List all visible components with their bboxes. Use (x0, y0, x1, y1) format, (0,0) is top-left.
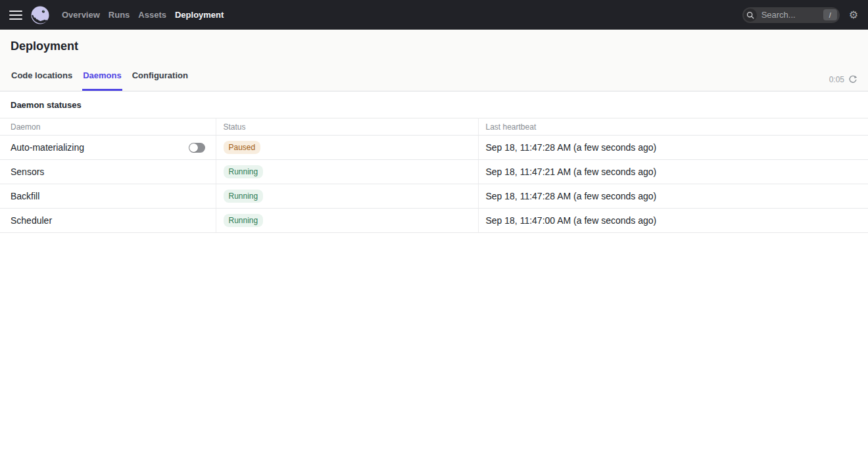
tab-configuration[interactable]: Configuration (132, 70, 189, 91)
table-header-row: Daemon Status Last heartbeat (0, 118, 868, 136)
nav-item-assets[interactable]: Assets (138, 7, 166, 22)
refresh-icon[interactable] (848, 75, 857, 84)
menu-icon[interactable] (9, 11, 22, 20)
last-heartbeat: Sep 18, 11:47:21 AM (a few seconds ago) (486, 167, 657, 177)
daemon-name: Auto-materializing (11, 142, 84, 153)
primary-nav: Overview Runs Assets Deployment (62, 7, 224, 22)
column-header-status: Status (216, 118, 478, 136)
column-header-daemon: Daemon (0, 118, 216, 136)
status-badge: Running (224, 190, 264, 203)
table-row: Sensors Running Sep 18, 11:47:21 AM (a f… (0, 160, 868, 184)
last-heartbeat: Sep 18, 11:47:28 AM (a few seconds ago) (486, 191, 657, 201)
last-heartbeat: Sep 18, 11:47:00 AM (a few seconds ago) (486, 215, 657, 226)
auto-materializing-toggle[interactable] (189, 143, 205, 153)
daemon-name: Backfill (11, 191, 39, 201)
page-header: Deployment Code locations Daemons Config… (0, 30, 868, 91)
search-icon (744, 9, 757, 22)
page-title: Deployment (11, 39, 857, 53)
status-badge: Running (224, 214, 264, 227)
status-badge: Running (224, 165, 264, 178)
daemon-statuses-table: Daemon Status Last heartbeat Auto-materi… (0, 118, 868, 233)
status-badge: Paused (224, 141, 261, 154)
last-heartbeat: Sep 18, 11:47:28 AM (a few seconds ago) (486, 142, 657, 153)
search-input[interactable]: Search... / (742, 7, 840, 23)
tab-daemons[interactable]: Daemons (82, 70, 122, 91)
column-header-last-heartbeat: Last heartbeat (478, 118, 868, 136)
nav-item-runs[interactable]: Runs (108, 7, 130, 22)
dagster-logo-icon[interactable] (30, 5, 50, 25)
tab-code-locations[interactable]: Code locations (11, 70, 73, 91)
nav-item-deployment[interactable]: Deployment (175, 7, 224, 22)
search-shortcut-key: / (823, 9, 837, 20)
refresh-timer: 0:05 (829, 75, 844, 84)
settings-gear-icon[interactable]: ⚙ (849, 10, 858, 20)
table-row: Auto-materializing Paused Sep 18, 11:47:… (0, 136, 868, 160)
section-heading: Daemon statuses (0, 91, 868, 118)
top-nav: Overview Runs Assets Deployment Search..… (0, 0, 868, 30)
nav-item-overview[interactable]: Overview (62, 7, 100, 22)
refresh-countdown: 0:05 (829, 75, 857, 91)
daemon-name: Sensors (11, 167, 44, 177)
table-row: Backfill Running Sep 18, 11:47:28 AM (a … (0, 184, 868, 209)
page-tabs: Code locations Daemons Configuration (11, 70, 189, 91)
daemon-name: Scheduler (11, 215, 52, 226)
search-placeholder: Search... (761, 10, 823, 20)
table-row: Scheduler Running Sep 18, 11:47:00 AM (a… (0, 209, 868, 233)
toggle-knob (189, 143, 198, 152)
